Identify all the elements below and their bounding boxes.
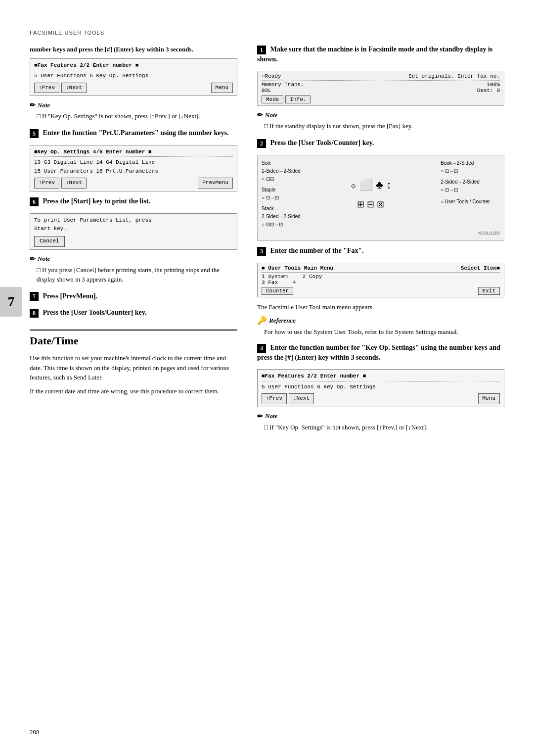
note-title-3: ✏ Note [257, 111, 504, 119]
note-title-2: ✏ Note [30, 255, 237, 263]
screen2-btn-next: ↓Next [61, 178, 87, 189]
step3-num: 3 [257, 247, 266, 256]
step4-header: 4 Enter the function number for "Key Op.… [257, 343, 504, 362]
step6-block: 6 Press the [Start] key to print the lis… [30, 196, 237, 206]
display1-buttons: Mode Info. [262, 95, 500, 103]
datetime-para1: Use this function to set your machine's … [30, 353, 237, 382]
screen2-title: ■Key Op. Settings 4/5 Enter number ■ [34, 148, 233, 157]
note-block-4: ✏ Note □ If "Key Op. Settings" is not sh… [257, 412, 504, 432]
screen1-btn-next: ↓Next [61, 83, 87, 94]
menu1-buttons: Counter Exit [262, 287, 500, 295]
step4-num: 4 [257, 344, 266, 353]
note-block-2: ✏ Note □ If you press [Cancel] before pr… [30, 255, 237, 284]
screen4-row1: 5 User Functions 6 Key Op. Settings [262, 383, 500, 392]
screen4-btn-menu: Menu [478, 393, 500, 404]
note-title-1: ✏ Note [30, 101, 237, 109]
note-icon-1: ✏ [30, 101, 36, 109]
screen-box-1: ■Fax Features 2/2 Enter number ■ 5 User … [30, 58, 237, 96]
step8-header: 8 Press the [User Tools/Counter] key. [30, 308, 237, 318]
note-body-1: □ If "Key Op. Settings" is not shown, pr… [30, 111, 237, 121]
note3-text: □ If the standby display is not shown, p… [264, 121, 504, 131]
page: 7 FACSIMILE USER TOOLS number keys and p… [0, 0, 534, 756]
step6-header: 6 Press the [Start] key to print the lis… [30, 196, 237, 206]
menu-box-1: ■ User Tools Main Menu Select Item■ 1 Sy… [257, 263, 504, 297]
reference-block: 🔑 Reference For how to use the System Us… [257, 316, 504, 337]
screen3-row2: Start key. [34, 225, 233, 234]
facsimile-note: The Facsimile User Tool main menu appear… [257, 302, 504, 312]
sidebar-number: 7 [0, 287, 22, 317]
note-body-4: □ If "Key Op. Settings" is not shown, pr… [257, 423, 504, 432]
step6-num: 6 [30, 197, 39, 206]
screen-box-4: ■Fax Features 2/2 Enter number ■ 5 User … [257, 369, 504, 407]
step7-num: 7 [30, 292, 39, 301]
screen3-row1: To print User Parameters List, press [34, 216, 233, 225]
icon-arrows: ⬦ ⬜ ♣ ↕ ⊞ ⊟ ⊠ [306, 159, 436, 229]
step2-header: 2 Press the [User Tools/Counter] key. [257, 138, 504, 148]
screen-box-2: ■Key Op. Settings 4/5 Enter number ■ 13 … [30, 145, 237, 191]
note-icon-4: ✏ [257, 412, 263, 421]
nd-label: ND2L01E0 [262, 230, 500, 236]
step2-num: 2 [257, 139, 266, 148]
display1-row1: ○Ready Set originals. Enter fax no. [262, 73, 500, 81]
step2-block: 2 Press the [User Tools/Counter] key. [257, 138, 504, 148]
page-number: 208 [30, 728, 40, 736]
note-block-1: ✏ Note □ If "Key Op. Settings" is not sh… [30, 101, 237, 121]
screen4-title: ■Fax Features 2/2 Enter number ■ [262, 372, 500, 381]
note-icon-2: ✏ [30, 255, 36, 263]
main-content: number keys and press the [#] (Enter) ke… [30, 45, 504, 439]
screen2-row1: 13 G3 Digital Line 14 G4 Digital Line [34, 158, 233, 167]
step5-header: 5 Enter the function "Prt.U.Parameters" … [30, 128, 237, 138]
display1-row2: Memory Trans. 100% [262, 82, 500, 88]
cancel-button: Cancel [34, 236, 65, 247]
note-body-3: □ If the standby display is not shown, p… [257, 121, 504, 131]
menu1-btn-counter: Counter [262, 287, 293, 295]
datetime-title: Date/Time [30, 334, 237, 347]
screen1-row1: 5 User Functions 6 Key Op. Settings [34, 72, 233, 81]
screen2-btn-prevmenu: PrevMenu [198, 178, 233, 189]
ref-title: 🔑 Reference [257, 316, 504, 325]
page-header: FACSIMILE USER TOOLS [30, 30, 504, 36]
screen1-title: ■Fax Features 2/2 Enter number ■ [34, 61, 233, 71]
step5-num: 5 [30, 129, 39, 138]
note-title-4: ✏ Note [257, 412, 504, 421]
display1: ○Ready Set originals. Enter fax no. Memo… [257, 71, 504, 106]
note-icon-3: ✏ [257, 111, 263, 119]
step7-block: 7 Press [PrevMenu]. [30, 291, 237, 301]
datetime-section: Date/Time Use this function to set your … [30, 330, 237, 396]
screen2-row2: 15 User Parameters 16 Prt.U.Parameters [34, 167, 233, 176]
intro-text: number keys and press the [#] (Enter) ke… [30, 45, 237, 54]
icon-sort: Sort 1-Sided→2-Sided ○ ⊡⊡ Staple ○ ⊡→⊡ S… [262, 159, 301, 229]
ref-body: For how to use the System User Tools, re… [257, 327, 504, 337]
display1-btn-mode: Mode [262, 95, 283, 103]
menu1-row2: 3 Fax 4 [262, 280, 500, 285]
note2-text: □ If you press [Cancel] before printing … [37, 265, 237, 284]
icon-right: Book→2-Sided ○ ⊡→⊡ 2-Sided→2-Sided ○ ⊡→⊡… [441, 159, 500, 229]
screen4-btn-prev: ↑Prev [262, 393, 287, 404]
display1-row3: 03L Dest: 0 [262, 88, 500, 94]
note-body-2: □ If you press [Cancel] before printing … [30, 265, 237, 284]
step1-block: 1 Make sure that the machine is in Facsi… [257, 45, 504, 64]
screen4-buttons: ↑Prev ↓Next Menu [262, 393, 500, 404]
right-column: 1 Make sure that the machine is in Facsi… [257, 45, 504, 439]
menu1-row1: 1 System 2 Copy [262, 274, 500, 280]
display1-btn-info: Info. [285, 95, 311, 103]
step3-header: 3 Enter the number of the "Fax". [257, 246, 504, 256]
left-column: number keys and press the [#] (Enter) ke… [30, 45, 237, 439]
screen1-btn-prev: ↑Prev [34, 83, 59, 94]
menu1-title: ■ User Tools Main Menu Select Item■ [262, 265, 500, 273]
note1-text: □ If "Key Op. Settings" is not shown, pr… [37, 111, 237, 121]
icon-diagram: Sort 1-Sided→2-Sided ○ ⊡⊡ Staple ○ ⊡→⊡ S… [257, 155, 504, 241]
screen4-btn-next: ↓Next [289, 393, 314, 404]
screen2-btn-prev: ↑Prev [34, 178, 59, 189]
screen1-buttons: ↑Prev ↓Next Menu [34, 83, 233, 94]
step3-block: 3 Enter the number of the "Fax". [257, 246, 504, 256]
step8-block: 8 Press the [User Tools/Counter] key. [30, 308, 237, 318]
step1-header: 1 Make sure that the machine is in Facsi… [257, 45, 504, 64]
step1-num: 1 [257, 46, 266, 54]
screen1-btn-menu: Menu [211, 83, 233, 94]
menu1-btn-exit: Exit [478, 287, 500, 295]
screen-box-3: To print User Parameters List, press Sta… [30, 213, 237, 250]
datetime-para2: If the current date and time are wrong, … [30, 386, 237, 396]
step7-header: 7 Press [PrevMenu]. [30, 291, 237, 301]
ref-icon: 🔑 [257, 316, 267, 325]
